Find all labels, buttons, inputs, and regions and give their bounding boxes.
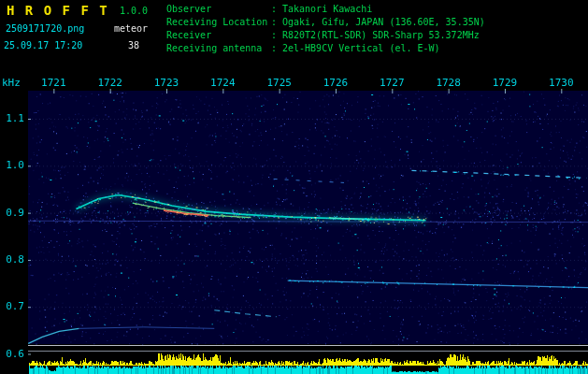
info-colon: : [271, 3, 282, 16]
output-filename: 2509171720.png [6, 23, 84, 34]
info-value: Ogaki, Gifu, JAPAN (136.60E, 35.35N) [282, 17, 485, 27]
app-version: 1.0.0 [120, 6, 148, 16]
x-tick-label: 1729 [493, 77, 518, 89]
spectrogram-canvas [0, 0, 588, 374]
mode-label: meteor [114, 23, 148, 34]
x-tick-label: 1728 [436, 77, 461, 89]
info-label: Receiving Location [166, 16, 271, 29]
x-tick-label: 1724 [210, 77, 236, 89]
info-value: Takanori Kawachi [282, 4, 372, 14]
y-tick-label: 0.8 [0, 253, 24, 266]
y-tick-label: 0.7 [0, 300, 24, 312]
info-row: Receiving antenna:2el-HB9CV Vertical (el… [166, 42, 485, 55]
x-tick-label: 1726 [323, 77, 349, 89]
capture-timestamp: 25.09.17 17:20 [4, 40, 82, 50]
info-colon: : [271, 42, 282, 55]
info-value: 2el-HB9CV Vertical (el. E-W) [282, 43, 440, 53]
y-tick-label: 0.9 [0, 207, 24, 219]
hrofft-output-image: H R O F F T 1.0.0 2509171720.png meteor … [0, 0, 588, 374]
meteor-echo-count: 38 [128, 40, 139, 50]
y-tick-label: 0.6 [0, 348, 24, 360]
info-colon: : [271, 16, 282, 29]
x-tick-label: 1727 [380, 77, 405, 89]
info-label: Observer [166, 3, 271, 16]
x-tick-label: 1723 [154, 77, 179, 89]
x-tick-label: 1725 [266, 77, 292, 89]
x-tick-label: 1722 [97, 77, 122, 89]
y-tick-label: 1.0 [0, 159, 24, 171]
info-colon: : [271, 29, 282, 42]
x-tick-label: 1730 [549, 77, 574, 89]
info-value: R820T2(RTL-SDR) SDR-Sharp 53.372MHz [282, 30, 480, 40]
observer-info-block: Observer:Takanori KawachiReceiving Locat… [166, 3, 485, 55]
info-row: Receiver:R820T2(RTL-SDR) SDR-Sharp 53.37… [166, 29, 485, 42]
info-row: Observer:Takanori Kawachi [166, 3, 485, 16]
x-tick-label: 1721 [41, 77, 66, 89]
app-title: H R O F F T [7, 3, 108, 18]
info-label: Receiving antenna [166, 42, 271, 55]
info-row: Receiving Location:Ogaki, Gifu, JAPAN (1… [166, 16, 485, 29]
info-label: Receiver [166, 29, 271, 42]
frequency-unit-label: kHz [2, 77, 21, 89]
y-tick-label: 1.1 [0, 112, 24, 124]
